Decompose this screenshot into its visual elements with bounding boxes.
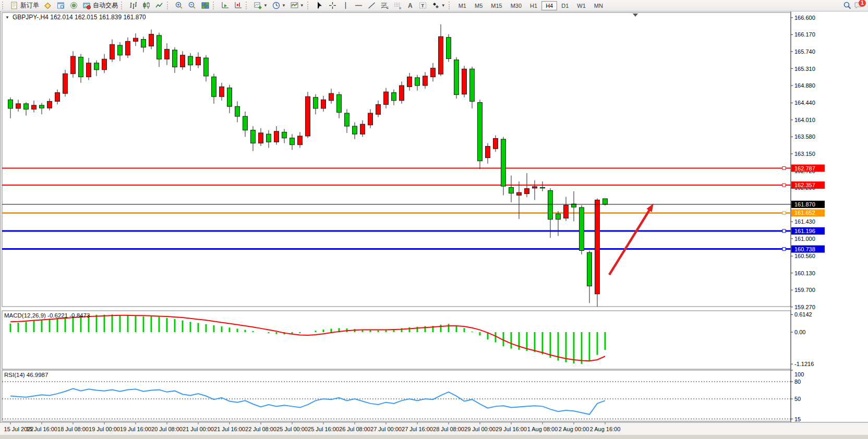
periods-button[interactable]: ▼: [270, 1, 287, 11]
label-tool-button[interactable]: T: [417, 1, 429, 11]
date-label: 18 Jul 08:00: [57, 426, 89, 432]
navigator-icon: [69, 1, 78, 10]
timeframe-mn-button[interactable]: MN: [590, 1, 607, 10]
line-handle[interactable]: [782, 184, 786, 187]
crosshair-icon: [328, 1, 337, 10]
toolbar-grip: [167, 2, 171, 9]
zoom-in-button[interactable]: [173, 1, 185, 11]
candle: [306, 92, 310, 138]
candle-body: [79, 57, 83, 77]
macd-tick-label: -1.1216: [794, 361, 814, 367]
candle-body: [24, 104, 29, 109]
auto-scroll-button[interactable]: [219, 1, 231, 11]
candle-body: [173, 50, 177, 67]
auto-scroll-icon: [221, 1, 230, 10]
price-tick-label: 165.740: [794, 48, 815, 55]
candle-body: [40, 105, 44, 108]
templates-button[interactable]: ▼: [288, 1, 306, 11]
candle-body: [290, 138, 295, 145]
shapes-icon: [431, 1, 440, 10]
candle-body: [595, 200, 600, 294]
date-label: 19 Jul 00:00: [89, 426, 120, 432]
navigator-button[interactable]: [68, 1, 80, 11]
chart-bars-button[interactable]: [127, 1, 139, 11]
candle-body: [509, 187, 514, 193]
chart-line-button[interactable]: [153, 1, 165, 11]
price-tick-label: 160.560: [794, 253, 815, 259]
shapes-tool-button[interactable]: ▼: [430, 1, 447, 11]
date-label: 27 Jul 16:00: [402, 426, 433, 432]
candle-body: [8, 100, 13, 108]
candle-body: [400, 86, 404, 101]
rsi-tick-label: 80: [794, 379, 801, 385]
clock-icon: [272, 1, 281, 10]
timeframe-m5-button[interactable]: M5: [471, 1, 487, 10]
line-handle[interactable]: [782, 229, 786, 233]
zoom-out-button[interactable]: [186, 1, 198, 11]
candle-body: [423, 76, 428, 86]
price-tick-label: 159.700: [794, 287, 815, 293]
fibonacci-tool-button[interactable]: E: [379, 1, 391, 11]
toolbar: 新订单 自动交易 ▼: [0, 0, 868, 11]
rsi-label: RSI(14) 46.9987: [4, 372, 48, 378]
template-icon: [290, 1, 299, 10]
text-tool-button[interactable]: A: [405, 1, 416, 11]
price-tick-label: 163.150: [794, 151, 815, 157]
channel-tool-button[interactable]: F: [392, 1, 404, 11]
market-watch-button[interactable]: [42, 1, 54, 11]
dropdown-caret-icon: ▼: [263, 3, 268, 8]
timeframe-m1-button[interactable]: M1: [454, 1, 471, 10]
candle-body: [329, 93, 334, 101]
candle-body: [220, 87, 224, 96]
date-label: 2 Aug 00:00: [559, 426, 589, 432]
data-window-button[interactable]: [55, 1, 67, 11]
crosshair-button[interactable]: [327, 1, 339, 11]
chart-candles-button[interactable]: [140, 1, 152, 11]
trendline-icon: [367, 1, 376, 10]
timeframe-d1-button[interactable]: D1: [557, 1, 573, 10]
chart-shift-button[interactable]: [232, 1, 244, 11]
candle-body: [102, 59, 107, 69]
horizontal-line-tool-button[interactable]: [353, 1, 365, 11]
timeframe-h1-button[interactable]: H1: [526, 1, 541, 10]
trendline-tool-button[interactable]: [366, 1, 378, 11]
line-handle[interactable]: [782, 248, 786, 251]
timeframe-m15-button[interactable]: M15: [487, 1, 506, 10]
add-indicator-button[interactable]: ▼: [252, 1, 269, 11]
candle-body: [157, 35, 162, 59]
candle-body: [360, 124, 365, 134]
candle-body: [384, 92, 389, 104]
price-tick-label: 166.600: [794, 15, 815, 21]
candle-body: [63, 74, 68, 93]
cursor-button[interactable]: [314, 1, 326, 11]
search-icon: [843, 1, 852, 10]
tile-windows-button[interactable]: [199, 1, 211, 11]
candle-body: [306, 96, 310, 136]
timeframe-w1-button[interactable]: W1: [573, 1, 590, 10]
date-label: 2 Aug 16:00: [590, 426, 621, 432]
new-order-button[interactable]: 新订单: [8, 1, 41, 11]
candle: [447, 34, 451, 62]
line-handle[interactable]: [782, 211, 786, 214]
candle-body: [345, 113, 349, 126]
date-label: 22 Jul 08:00: [245, 426, 276, 432]
price-tick-label: 161.000: [794, 236, 815, 242]
timeframe-h4-button[interactable]: H4: [541, 1, 557, 10]
notifications-button[interactable]: 1: [854, 1, 863, 10]
bar-chart-icon: [129, 1, 138, 10]
horizontal-line-icon: [354, 1, 363, 10]
candle-body: [134, 38, 138, 41]
candle-body: [110, 44, 115, 59]
candle-body: [259, 133, 263, 143]
search-button[interactable]: [841, 1, 853, 11]
candle-body: [126, 41, 130, 55]
candle-body: [533, 187, 537, 188]
dropdown-caret-icon: ▼: [300, 3, 304, 8]
candle-body: [321, 100, 326, 108]
candle-body: [478, 103, 483, 161]
timeframe-m30-button[interactable]: M30: [507, 1, 526, 10]
macd-tick-label: 0.00: [794, 329, 805, 335]
line-handle[interactable]: [782, 167, 786, 170]
autotrade-button[interactable]: 自动交易: [81, 1, 119, 11]
vertical-line-tool-button[interactable]: [340, 1, 352, 11]
